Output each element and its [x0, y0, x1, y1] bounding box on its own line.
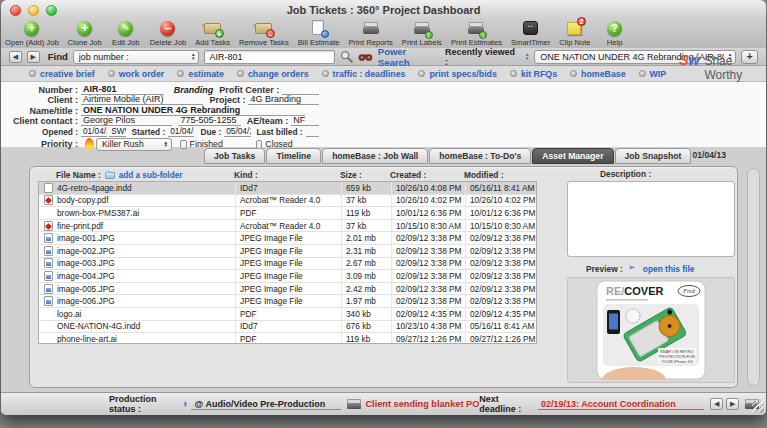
toolbar-button[interactable]: Open (Add) Job [5, 20, 59, 47]
client-contact-field[interactable]: George Pilos [81, 115, 172, 126]
opened-field[interactable]: 01/04/13 [81, 126, 107, 137]
toolbar-button[interactable]: 2 Clip Note [559, 20, 590, 47]
production-status-field[interactable]: @ Audio/Video Pre-Production [191, 399, 340, 410]
file-preview-image[interactable]: RE/COVER Fred [592, 280, 710, 380]
toolbar-button[interactable]: Print Reports [348, 20, 392, 47]
column-modified[interactable]: Modified : [464, 170, 535, 180]
toolbar-button[interactable]: Bill Estimate [298, 20, 340, 47]
panel-scrollbar-track[interactable] [747, 168, 760, 386]
quick-link[interactable]: kit RFQs [510, 69, 557, 79]
table-row[interactable]: phone-line-art.ai PDF 119 kb 09/27/12 1:… [39, 333, 536, 344]
column-size[interactable]: Size : [340, 170, 390, 180]
main-tab[interactable]: Asset Manager [532, 148, 613, 164]
svg-text:YOUR iPhone 4G: YOUR iPhone 4G [661, 359, 693, 364]
find-field-select[interactable]: job number : ▲▼ [73, 50, 200, 64]
add-subfolder-link[interactable]: add a sub-folder [119, 171, 183, 180]
ae-team-field[interactable]: NF [291, 115, 319, 126]
find-bar: ◀ ▶ Find job number : ▲▼ Power Search Re… [1, 48, 766, 66]
toolbar-button[interactable]: Remove Tasks [239, 20, 289, 47]
file-size: 37 kb [341, 220, 391, 232]
table-row[interactable]: logo.ai PDF 340 kb 02/09/12 4:35 PM 02/0… [39, 308, 536, 321]
main-tab[interactable]: Job Snapshot [615, 148, 692, 164]
due-field[interactable]: 05/04/12 [224, 126, 250, 137]
quick-link[interactable]: homeBase [570, 69, 626, 79]
search-icon[interactable] [340, 50, 353, 63]
toolbar-button[interactable]: SmartTimer [511, 20, 550, 47]
toolbar-button[interactable]: Delete Job [150, 20, 186, 47]
table-row[interactable]: image-001.JPG JPEG Image File 2.01 mb 02… [39, 232, 536, 245]
column-kind[interactable]: Kind : [234, 170, 340, 180]
quick-link[interactable]: change orders [237, 69, 309, 79]
phone-field[interactable]: 775-505-1255 [178, 115, 240, 126]
toolbar-button[interactable]: Add Tasks [195, 20, 230, 47]
file-kind: JPEG Image File [235, 232, 341, 244]
file-size: 3.09 mb [341, 270, 391, 282]
recently-viewed-stepper-icon[interactable]: ▲▼ [525, 53, 530, 59]
print-icon[interactable] [347, 400, 360, 409]
table-row[interactable]: image-006.JPG JPEG Image File 1.97 mb 02… [39, 295, 536, 308]
previous-deadline-button[interactable]: ◀ [710, 398, 723, 410]
main-tab[interactable]: Timeline [266, 148, 321, 164]
file-name: image-005.JPG [57, 284, 235, 294]
main-tab[interactable]: homeBase : To-Do's [429, 148, 531, 164]
file-size: 2.01 mb [341, 232, 391, 244]
table-row[interactable]: fine-print.pdf Acrobat™ Reader 4.0 37 kb… [39, 220, 536, 233]
toolbar-button[interactable]: Print Estimates [451, 20, 502, 47]
power-search-link[interactable]: Power Search [378, 46, 440, 68]
resize-grip[interactable] [752, 401, 764, 413]
main-tab-strip: Job TasksTimelinehomeBase : Job Wallhome… [1, 147, 766, 164]
job-number-field[interactable]: AIR-801 [81, 84, 164, 95]
production-status-stepper-icon[interactable]: ▲▼ [183, 401, 188, 407]
next-deadline-field[interactable]: 02/19/13: Account Coordination [538, 399, 704, 410]
last-billed-label: Last billed : [251, 127, 306, 137]
main-tab[interactable]: homeBase : Job Wall [322, 148, 428, 164]
column-file-name: File Name : [56, 170, 101, 180]
table-row[interactable]: 4G-retro-4page.indd IDd7 659 kb 10/26/10… [39, 182, 536, 195]
client-label: Client : [1, 95, 81, 105]
title-bar[interactable]: Job Tickets : 360° Project Dashboard [1, 0, 766, 21]
table-row[interactable]: image-004.JPG JPEG Image File 3.09 mb 02… [39, 270, 536, 283]
binoculars-icon[interactable] [358, 51, 373, 62]
sphere-edit-icon [116, 20, 136, 37]
file-type-icon [44, 246, 53, 256]
file-name: body-copy.pdf [57, 195, 235, 205]
column-created[interactable]: Created : [390, 170, 464, 180]
next-record-button[interactable]: ▶ [27, 51, 40, 63]
quick-link[interactable]: estimate [177, 69, 224, 79]
toolbar-button[interactable]: Edit Job [111, 20, 141, 47]
toolbar-button[interactable]: Help [600, 20, 630, 47]
quick-link[interactable]: creative brief [29, 69, 95, 79]
toolbar-button[interactable]: Print Labels [402, 20, 442, 47]
table-row[interactable]: image-002.JPG JPEG Image File 2.31 mb 02… [39, 245, 536, 258]
opened-by-field[interactable]: SWW [109, 126, 125, 137]
table-row[interactable]: image-003.JPG JPEG Image File 2.67 mb 02… [39, 258, 536, 271]
previous-record-button[interactable]: ◀ [9, 51, 22, 63]
file-type-icon [44, 208, 53, 218]
quick-link[interactable]: work order [108, 69, 164, 79]
add-subfolder-icon[interactable] [105, 172, 115, 179]
last-billed-field[interactable] [306, 136, 319, 137]
quick-link[interactable]: traffic : deadlines [322, 69, 406, 79]
svg-text:RE/COVER: RE/COVER [606, 285, 664, 297]
quick-link[interactable]: WIP [639, 69, 667, 79]
open-this-file-link[interactable]: open this file [643, 264, 695, 274]
bullet-icon [29, 70, 36, 77]
client-field[interactable]: Airtime Mobile (AIR) [81, 94, 203, 105]
toolbar-button[interactable]: Clone Job [68, 20, 102, 47]
file-name: fine-print.pdf [57, 221, 235, 231]
table-row[interactable]: ONE-NATION-4G.indd IDd7 676 kb 10/23/10 … [39, 321, 536, 334]
nametitle-field[interactable]: ONE NATION UNDER 4G Rebranding [81, 105, 305, 116]
next-deadline-label: Next deadline : [479, 394, 534, 414]
folder-minus-icon [254, 20, 274, 37]
file-description-box[interactable] [567, 181, 735, 257]
project-field[interactable]: 4G Branding [248, 94, 319, 105]
next-deadline-button[interactable]: ▶ [726, 398, 739, 410]
table-row[interactable]: image-005.JPG JPEG Image File 2.42 mb 02… [39, 283, 536, 296]
main-tab[interactable]: Job Tasks [204, 148, 265, 164]
find-query-input[interactable] [204, 50, 335, 64]
started-field[interactable]: 01/04/13 [168, 126, 194, 137]
table-row[interactable]: body-copy.pdf Acrobat™ Reader 4.0 37 kb … [39, 195, 536, 208]
quick-link[interactable]: print specs/bids [418, 69, 496, 79]
table-row[interactable]: brown-box-PMS387.ai PDF 119 kb 10/01/12 … [39, 207, 536, 220]
file-size: 1.97 mb [341, 295, 391, 307]
